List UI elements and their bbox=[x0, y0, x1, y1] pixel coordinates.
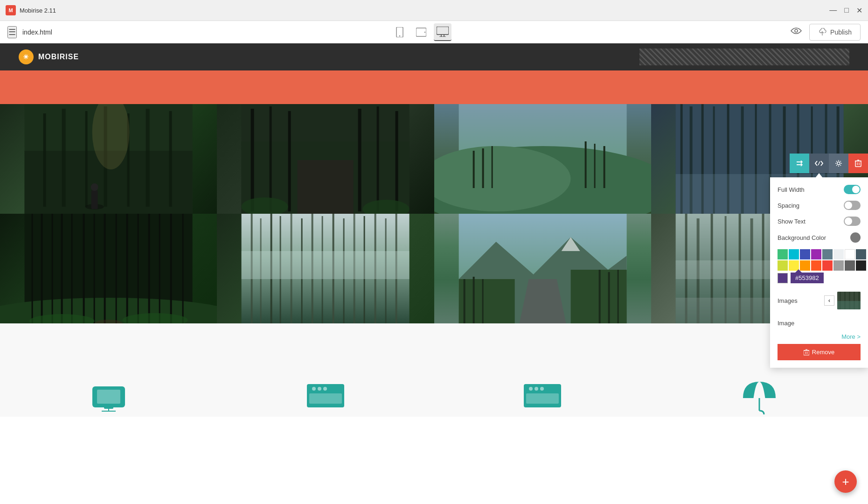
svg-rect-37 bbox=[472, 151, 474, 188]
svg-rect-70 bbox=[126, 214, 128, 323]
color-picker: #553982 bbox=[778, 249, 861, 283]
color-swatch-darkgray[interactable] bbox=[856, 249, 866, 259]
logo-sun-icon: ☀ bbox=[19, 49, 34, 64]
device-switcher bbox=[391, 23, 451, 41]
prev-image-button[interactable]: ‹ bbox=[824, 295, 834, 306]
trash-icon bbox=[855, 160, 861, 167]
svg-rect-102 bbox=[463, 279, 465, 323]
color-swatch-light[interactable] bbox=[833, 249, 844, 259]
svg-rect-150 bbox=[104, 406, 113, 409]
spacing-toggle[interactable] bbox=[844, 201, 861, 210]
color-swatch-purple[interactable] bbox=[811, 249, 821, 259]
umbrella-icon bbox=[738, 377, 780, 414]
titlebar: M Mobirise 2.11 — □ ✕ bbox=[0, 0, 868, 21]
svg-point-8 bbox=[795, 29, 798, 32]
spacing-label: Spacing bbox=[778, 202, 799, 209]
background-color-swatch[interactable] bbox=[850, 232, 861, 243]
images-row: ‹ bbox=[824, 292, 861, 309]
color-swatch-green[interactable] bbox=[778, 249, 788, 259]
svg-rect-27 bbox=[270, 106, 272, 211]
tablet-icon bbox=[416, 27, 426, 37]
bottom-icon-3 bbox=[514, 375, 570, 417]
delete-block-button[interactable] bbox=[848, 154, 868, 173]
settings-button[interactable] bbox=[829, 154, 848, 173]
control-toolbar bbox=[770, 154, 868, 173]
bottom-icon-1 bbox=[81, 375, 137, 417]
gallery-grid bbox=[0, 104, 868, 323]
color-swatch-deeporange[interactable] bbox=[811, 260, 821, 271]
remove-button[interactable]: Remove bbox=[778, 344, 861, 360]
app-title: Mobirise 2.11 bbox=[20, 7, 56, 14]
gallery-cell-2 bbox=[217, 104, 434, 214]
svg-point-154 bbox=[312, 387, 316, 391]
color-swatch-red[interactable] bbox=[822, 260, 833, 271]
svg-rect-17 bbox=[146, 109, 150, 207]
publish-button[interactable]: Publish bbox=[809, 24, 861, 41]
spacing-setting: Spacing bbox=[778, 201, 861, 210]
full-width-label: Full Width bbox=[778, 186, 805, 193]
forest3-svg bbox=[434, 104, 651, 214]
forest1-svg bbox=[0, 104, 217, 214]
more-link[interactable]: More > bbox=[778, 333, 861, 340]
color-swatch-white[interactable] bbox=[845, 249, 855, 259]
full-width-toggle[interactable] bbox=[844, 185, 861, 194]
desktop-view-button[interactable] bbox=[434, 23, 451, 41]
svg-rect-68 bbox=[104, 214, 106, 323]
show-text-toggle[interactable] bbox=[844, 217, 861, 226]
show-text-setting: Show Text bbox=[778, 217, 861, 226]
image-label: Image bbox=[778, 320, 794, 327]
svg-rect-14 bbox=[85, 111, 88, 207]
mobile-view-button[interactable] bbox=[391, 23, 409, 41]
orange-banner bbox=[0, 70, 868, 104]
svg-rect-73 bbox=[159, 214, 160, 323]
svg-point-155 bbox=[318, 387, 321, 391]
publish-label: Publish bbox=[830, 28, 852, 36]
svg-rect-74 bbox=[170, 214, 172, 323]
svg-rect-12 bbox=[43, 113, 46, 207]
images-label: Images bbox=[778, 297, 798, 304]
hamburger-menu-button[interactable]: ☰ bbox=[7, 26, 17, 38]
code-icon bbox=[815, 160, 823, 167]
preview-button[interactable] bbox=[791, 27, 802, 37]
svg-rect-31 bbox=[396, 111, 398, 211]
color-swatch-bluegray[interactable] bbox=[822, 249, 833, 259]
settings-icon bbox=[835, 160, 842, 167]
svg-point-161 bbox=[540, 387, 544, 391]
reorder-button[interactable] bbox=[790, 154, 809, 173]
color-swatch-darkgray2[interactable] bbox=[845, 260, 855, 271]
color-swatch-nearblack[interactable] bbox=[856, 260, 866, 271]
color-swatch-lime[interactable] bbox=[778, 260, 788, 271]
hex-display: #553982 bbox=[791, 273, 824, 283]
background-color-label: Background Color bbox=[778, 234, 826, 241]
svg-rect-63 bbox=[52, 214, 53, 323]
code-button[interactable] bbox=[809, 154, 829, 173]
svg-rect-38 bbox=[482, 148, 484, 188]
svg-rect-71 bbox=[138, 214, 139, 323]
svg-rect-39 bbox=[491, 146, 493, 188]
svg-rect-25 bbox=[298, 160, 354, 214]
minimize-button[interactable]: — bbox=[829, 6, 837, 15]
color-swatch-indigo[interactable] bbox=[800, 249, 810, 259]
add-block-fab[interactable]: + bbox=[834, 470, 857, 493]
color-swatch-gray[interactable] bbox=[833, 260, 844, 271]
close-button[interactable]: ✕ bbox=[856, 6, 862, 15]
remove-trash-icon bbox=[804, 349, 809, 356]
svg-rect-28 bbox=[288, 111, 291, 211]
eye-icon bbox=[791, 27, 802, 35]
tablet-view-button[interactable] bbox=[412, 23, 430, 41]
svg-rect-62 bbox=[41, 214, 43, 323]
maximize-button[interactable]: □ bbox=[844, 6, 849, 15]
svg-point-156 bbox=[323, 387, 327, 391]
below-gallery-section bbox=[0, 323, 868, 417]
forest5-svg bbox=[0, 214, 217, 323]
settings-panel: Full Width Spacing Show Text bbox=[770, 177, 868, 368]
svg-rect-72 bbox=[148, 214, 150, 323]
toolbar-left: ☰ index.html bbox=[7, 26, 52, 38]
svg-rect-104 bbox=[482, 279, 483, 323]
color-swatch-cyan[interactable] bbox=[789, 249, 799, 259]
toggle-knob-2 bbox=[845, 202, 852, 209]
svg-rect-67 bbox=[94, 214, 95, 323]
svg-rect-75 bbox=[182, 214, 184, 323]
images-setting: Images ‹ bbox=[778, 288, 861, 313]
svg-line-128 bbox=[818, 161, 820, 165]
